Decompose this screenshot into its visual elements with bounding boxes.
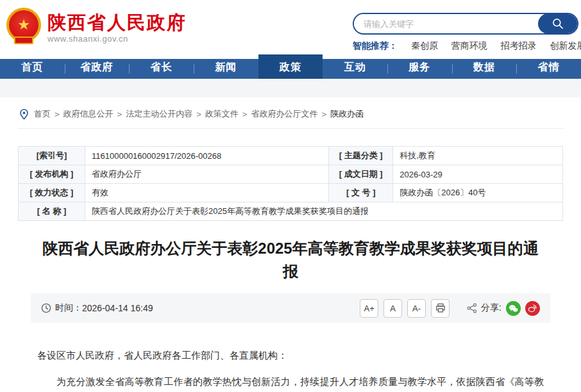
- site-url: www.shaanxi.gov.cn: [47, 34, 187, 44]
- font-increase-button[interactable]: A+: [360, 299, 378, 318]
- nav-item-home[interactable]: 首页: [0, 54, 65, 79]
- smart-recommend: 智能推荐： 秦创原 营商环境 招考招录 创新发展: [353, 40, 578, 52]
- location-pin-icon: [19, 109, 29, 120]
- print-icon: [435, 303, 446, 313]
- share-label: 分享:: [481, 302, 501, 314]
- article-paragraph: 为充分激发全省高等教育工作者的教学热忱与创新活力，持续提升人才培养质量与教学水平…: [37, 370, 544, 392]
- page-gap-strip: [0, 79, 581, 97]
- document-meta-table: [索引号] 116100000160002917/2026-00268 [ 主题…: [18, 146, 563, 221]
- breadcrumb-separator: >: [55, 110, 60, 119]
- breadcrumb-home[interactable]: 首页: [34, 108, 51, 120]
- meta-label-index-no: [索引号]: [19, 147, 85, 165]
- nav-item-news[interactable]: 新闻: [194, 54, 258, 79]
- search-area: 智能推荐： 秦创原 营商环境 招考招录 创新发展: [353, 13, 578, 52]
- meta-value-index-no: 116100000160002917/2026-00268: [85, 147, 329, 165]
- print-button[interactable]: [431, 299, 450, 318]
- meta-value-topic: 科技,教育: [393, 147, 563, 165]
- table-row: [ 名 称 ] 陕西省人民政府办公厅关于表彰2025年高等教育教学成果奖获奖项目…: [19, 202, 563, 221]
- search-input[interactable]: [354, 14, 527, 33]
- breadcrumb-separator: >: [321, 110, 326, 119]
- breadcrumb-separator: >: [196, 110, 201, 119]
- meta-value-validity: 有效: [85, 184, 329, 202]
- recommend-link-qinchuangyuan[interactable]: 秦创原: [411, 40, 438, 51]
- nav-item-policy-active[interactable]: 政策: [258, 54, 323, 79]
- weibo-icon: [528, 304, 537, 313]
- recommend-link-business-env[interactable]: 营商环境: [451, 40, 487, 51]
- logo-text: 陕西省人民政府 www.shaanxi.gov.cn: [47, 8, 187, 44]
- site-header: ★ 陕西省人民政府 www.shaanxi.gov.cn 智能推荐： 秦创原: [0, 0, 581, 54]
- time-value: 2026-04-14 16:49: [82, 303, 153, 313]
- share-wechat-button[interactable]: [506, 301, 521, 316]
- nav-item-data[interactable]: 数据: [452, 54, 517, 79]
- meta-label-issuer: [ 发布机构 ]: [19, 165, 85, 184]
- meta-value-issuer: 省政府办公厅: [85, 165, 329, 184]
- nav-item-governor[interactable]: 省长: [129, 54, 194, 79]
- page: ★ 陕西省人民政府 www.shaanxi.gov.cn 智能推荐： 秦创原: [0, 0, 581, 392]
- article-body: 各设区市人民政府，省人民政府各工作部门、各直属机构： 为充分激发全省高等教育工作…: [18, 350, 563, 392]
- search-box: [353, 13, 578, 35]
- meta-value-doc-no: 陕政办函〔2026〕40号: [393, 184, 563, 202]
- breadcrumb-current[interactable]: 陕政办函: [330, 108, 364, 120]
- share-group: 分享:: [466, 301, 540, 316]
- share-icon: [466, 302, 478, 314]
- recommend-link-innovation[interactable]: 创新发展: [550, 40, 581, 51]
- breadcrumb-separator: >: [242, 110, 248, 119]
- nav-item-services[interactable]: 服务: [387, 54, 452, 79]
- site-logo[interactable]: ★ 陕西省人民政府 www.shaanxi.gov.cn: [6, 8, 187, 44]
- national-emblem-icon: ★: [6, 8, 41, 42]
- smart-recommend-label: 智能推荐：: [353, 40, 398, 51]
- search-button[interactable]: [538, 13, 578, 34]
- breadcrumb-statutory-content[interactable]: 法定主动公开内容: [126, 108, 192, 120]
- meta-label-date: [ 成文日期 ]: [329, 165, 393, 184]
- nav-item-province-info[interactable]: 省情: [516, 54, 581, 79]
- table-row: [ 发布机构 ] 省政府办公厅 [ 成文日期 ] 2026-03-29: [19, 165, 563, 184]
- toolbar-actions: A+ A A-: [355, 299, 540, 318]
- time-label: 时间：: [55, 302, 82, 314]
- font-decrease-button[interactable]: A-: [407, 299, 426, 318]
- nav-item-interaction[interactable]: 互动: [323, 54, 387, 79]
- share-weibo-button[interactable]: [525, 301, 540, 316]
- wechat-icon: [509, 304, 518, 313]
- content-area: 首页 > 政府信息公开 > 法定主动公开内容 > 政策文件 > 省政府办公厅文件…: [0, 97, 581, 392]
- site-title: 陕西省人民政府: [47, 13, 187, 32]
- meta-label-doc-no: [ 文 号 ]: [329, 184, 393, 202]
- breadcrumb-info-disclosure[interactable]: 政府信息公开: [63, 108, 114, 120]
- publish-time: 时间： 2026-04-14 16:49: [41, 302, 153, 314]
- breadcrumb-separator: >: [117, 110, 122, 119]
- meta-value-name: 陕西省人民政府办公厅关于表彰2025年高等教育教学成果奖获奖项目的通报: [85, 202, 563, 221]
- table-row: [索引号] 116100000160002917/2026-00268 [ 主题…: [19, 147, 563, 165]
- table-row: [ 效力状态 ] 有效 [ 文 号 ] 陕政办函〔2026〕40号: [19, 184, 563, 202]
- search-icon: [552, 17, 564, 30]
- breadcrumb-office-docs[interactable]: 省政府办公厅文件: [251, 108, 317, 120]
- document-title: 陕西省人民政府办公厅关于表彰2025年高等教育教学成果奖获奖项目的通报: [37, 237, 544, 283]
- meta-label-topic: [ 主题分类 ]: [329, 147, 393, 165]
- meta-label-name: [ 名 称 ]: [19, 202, 85, 221]
- nav-item-provincial-govt[interactable]: 省政府: [65, 54, 130, 79]
- recommend-link-recruit[interactable]: 招考招录: [501, 40, 537, 51]
- meta-value-date: 2026-03-29: [393, 165, 563, 184]
- meta-label-validity: [ 效力状态 ]: [19, 184, 85, 202]
- breadcrumb-policy-docs[interactable]: 政策文件: [205, 108, 239, 120]
- clock-icon: [41, 303, 51, 313]
- main-nav: 首页 省政府 省长 新闻 政策 互动 服务 数据 省情: [0, 54, 581, 79]
- article-toolbar: 时间： 2026-04-14 16:49 A+ A A-: [31, 293, 550, 323]
- breadcrumb: 首页 > 政府信息公开 > 法定主动公开内容 > 政策文件 > 省政府办公厅文件…: [18, 97, 563, 129]
- font-normal-button[interactable]: A: [383, 299, 402, 318]
- article-salutation: 各设区市人民政府，省人民政府各工作部门、各直属机构：: [37, 350, 544, 362]
